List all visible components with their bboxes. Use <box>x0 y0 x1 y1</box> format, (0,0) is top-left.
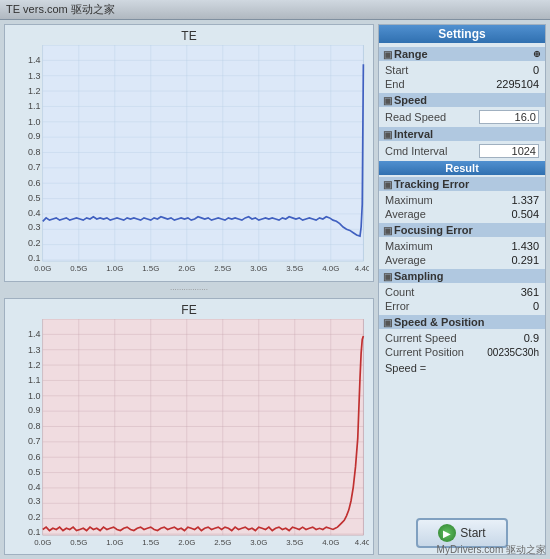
current-position-row: Current Position 00235C30h <box>383 345 541 359</box>
svg-text:0.1: 0.1 <box>28 253 41 263</box>
svg-text:1.3: 1.3 <box>28 345 41 355</box>
range-end-row: End 2295104 <box>383 77 541 91</box>
range-start-row: Start 0 <box>383 63 541 77</box>
current-speed-value: 0.9 <box>524 332 539 344</box>
current-position-label: Current Position <box>385 346 464 358</box>
speed-read-label: Read Speed <box>385 111 446 123</box>
current-speed-row: Current Speed 0.9 <box>383 331 541 345</box>
range-section-header: ▣ Range ⊕ <box>379 47 545 61</box>
svg-text:1.0G: 1.0G <box>106 264 123 272</box>
top-chart-svg: 1.4 1.3 1.2 1.1 1.0 0.9 0.8 0.7 0.6 0.5 … <box>9 45 369 273</box>
watermark: MyDrivers.com 驱动之家 <box>437 543 546 557</box>
interval-cmd-row: Cmd Interval <box>383 143 541 159</box>
svg-text:1.1: 1.1 <box>28 101 41 111</box>
svg-text:4.4G: 4.4G <box>355 538 369 546</box>
range-end-label: End <box>385 78 405 90</box>
range-start-value: 0 <box>533 64 539 76</box>
interval-cmd-label: Cmd Interval <box>385 145 447 157</box>
svg-text:4.0G: 4.0G <box>322 264 339 272</box>
focusing-max-label: Maximum <box>385 240 433 252</box>
sampling-count-value: 361 <box>521 286 539 298</box>
svg-text:0.5G: 0.5G <box>70 264 87 272</box>
charts-panel: TE <box>4 24 374 555</box>
interval-collapse-icon[interactable]: ▣ <box>383 129 392 140</box>
focusing-max-value: 1.430 <box>511 240 539 252</box>
svg-text:0.2: 0.2 <box>28 512 41 522</box>
top-chart-container: TE <box>4 24 374 282</box>
settings-body: ▣ Range ⊕ Start 0 End 2295104 ▣ Speed Re… <box>379 43 545 512</box>
svg-text:0.8: 0.8 <box>28 147 41 157</box>
svg-text:3.5G: 3.5G <box>286 538 303 546</box>
tracking-avg-row: Average 0.504 <box>383 207 541 221</box>
svg-text:3.0G: 3.0G <box>250 538 267 546</box>
bottom-chart-title: FE <box>9 303 369 317</box>
svg-rect-0 <box>43 45 364 261</box>
focusing-avg-value: 0.291 <box>511 254 539 266</box>
svg-text:1.2: 1.2 <box>28 86 41 96</box>
focusing-collapse-icon[interactable]: ▣ <box>383 225 392 236</box>
chart-divider: ················· <box>4 286 374 294</box>
svg-text:0.1: 0.1 <box>28 527 41 537</box>
top-chart-title: TE <box>9 29 369 43</box>
sampling-header: ▣ Sampling <box>379 269 545 283</box>
svg-text:0.3: 0.3 <box>28 496 41 506</box>
svg-text:1.1: 1.1 <box>28 374 41 384</box>
svg-rect-48 <box>43 319 364 535</box>
range-label: Range <box>394 48 428 60</box>
bottom-chart-area: 1.4 1.3 1.2 1.1 1.0 0.9 0.8 0.7 0.6 0.5 … <box>9 319 369 547</box>
svg-text:0.6: 0.6 <box>28 452 41 462</box>
svg-text:3.5G: 3.5G <box>286 264 303 272</box>
sampling-count-row: Count 361 <box>383 285 541 299</box>
main-container: TE <box>0 20 550 559</box>
play-icon: ▶ <box>438 524 456 542</box>
svg-text:3.0G: 3.0G <box>250 264 267 272</box>
focusing-max-row: Maximum 1.430 <box>383 239 541 253</box>
svg-text:2.0G: 2.0G <box>178 538 195 546</box>
bottom-chart-svg: 1.4 1.3 1.2 1.1 1.0 0.9 0.8 0.7 0.6 0.5 … <box>9 319 369 547</box>
speed-pos-collapse-icon[interactable]: ▣ <box>383 317 392 328</box>
sampling-error-value: 0 <box>533 300 539 312</box>
range-dropdown-icon[interactable]: ⊕ <box>533 49 541 59</box>
tracking-avg-value: 0.504 <box>511 208 539 220</box>
svg-text:1.2: 1.2 <box>28 359 41 369</box>
settings-panel: Settings ▣ Range ⊕ Start 0 End 2295104 ▣… <box>378 24 546 555</box>
interval-cmd-input[interactable] <box>479 144 539 158</box>
range-start-label: Start <box>385 64 408 76</box>
focusing-error-header: ▣ Focusing Error <box>379 223 545 237</box>
svg-text:2.0G: 2.0G <box>178 264 195 272</box>
interval-section-header: ▣ Interval <box>379 127 545 141</box>
svg-text:0.9: 0.9 <box>28 405 41 415</box>
tracking-avg-label: Average <box>385 208 426 220</box>
tracking-max-label: Maximum <box>385 194 433 206</box>
speed-eq-label: Speed = <box>385 362 426 374</box>
svg-text:0.7: 0.7 <box>28 162 41 172</box>
top-chart-area: 1.4 1.3 1.2 1.1 1.0 0.9 0.8 0.7 0.6 0.5 … <box>9 45 369 273</box>
speed-read-input[interactable] <box>479 110 539 124</box>
speed-label: Speed <box>394 94 427 106</box>
current-speed-label: Current Speed <box>385 332 457 344</box>
tracking-collapse-icon[interactable]: ▣ <box>383 179 392 190</box>
focusing-error-label: Focusing Error <box>394 224 473 236</box>
svg-text:0.5: 0.5 <box>28 193 41 203</box>
svg-text:0.7: 0.7 <box>28 436 41 446</box>
svg-text:2.5G: 2.5G <box>214 264 231 272</box>
speed-position-header: ▣ Speed & Position <box>379 315 545 329</box>
speed-collapse-icon[interactable]: ▣ <box>383 95 392 106</box>
settings-title: Settings <box>379 25 545 43</box>
svg-text:1.5G: 1.5G <box>142 264 159 272</box>
svg-text:0.4: 0.4 <box>28 481 41 491</box>
speed-eq-row: Speed = <box>383 361 541 375</box>
tracking-max-row: Maximum 1.337 <box>383 193 541 207</box>
svg-text:1.3: 1.3 <box>28 71 41 81</box>
speed-section-header: ▣ Speed <box>379 93 545 107</box>
svg-text:0.4: 0.4 <box>28 208 41 218</box>
svg-text:0.0G: 0.0G <box>34 264 51 272</box>
svg-text:1.0: 1.0 <box>28 390 41 400</box>
speed-read-row: Read Speed <box>383 109 541 125</box>
range-collapse-icon[interactable]: ▣ <box>383 49 392 60</box>
sampling-collapse-icon[interactable]: ▣ <box>383 271 392 282</box>
bottom-chart-container: FE <box>4 298 374 556</box>
title-bar-text: TE vers.com 驱动之家 <box>6 2 115 17</box>
title-bar: TE vers.com 驱动之家 <box>0 0 550 20</box>
focusing-avg-label: Average <box>385 254 426 266</box>
